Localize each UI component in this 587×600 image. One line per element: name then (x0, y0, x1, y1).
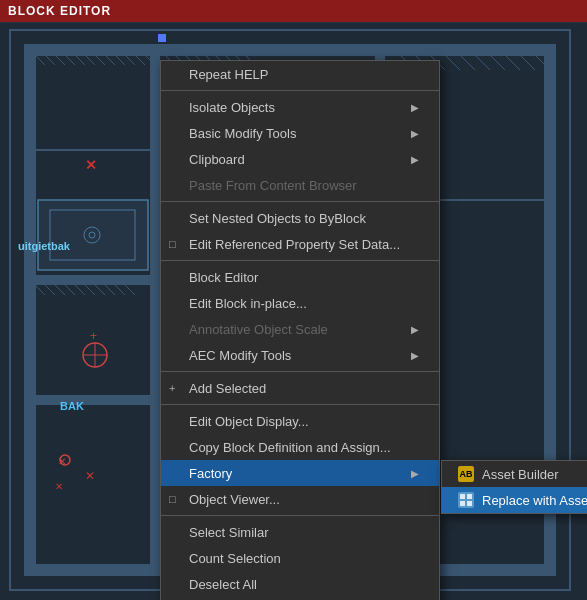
svg-rect-68 (467, 494, 472, 499)
submenu-icon-asset-builder: AB (458, 466, 474, 482)
menu-item-copy-block[interactable]: Copy Block Definition and Assign... (161, 434, 439, 460)
svg-text:✕: ✕ (85, 157, 97, 173)
title-text: BLOCK EDITOR (8, 4, 111, 18)
menu-item-edit-block[interactable]: Edit Block in-place... (161, 290, 439, 316)
cad-label-uitgietbak: uitgietbak (18, 240, 70, 252)
menu-item-label-clipboard: Clipboard (189, 152, 245, 167)
cad-label-bak: BAK (60, 400, 84, 412)
menu-item-icon-object-viewer: □ (169, 493, 176, 505)
menu-separator (161, 515, 439, 516)
menu-separator (161, 404, 439, 405)
menu-item-repeat-help[interactable]: Repeat HELP (161, 61, 439, 87)
menu-item-arrow-isolate-objects: ▶ (411, 102, 419, 113)
menu-separator (161, 201, 439, 202)
menu-item-label-repeat-help: Repeat HELP (189, 67, 269, 82)
menu-item-add-selected[interactable]: +Add Selected (161, 375, 439, 401)
menu-item-block-editor[interactable]: Block Editor (161, 264, 439, 290)
menu-item-clipboard[interactable]: Clipboard▶ (161, 146, 439, 172)
menu-item-label-edit-block: Edit Block in-place... (189, 296, 307, 311)
menu-item-label-add-selected: Add Selected (189, 381, 266, 396)
svg-text:✕: ✕ (55, 481, 63, 492)
menu-item-edit-referenced[interactable]: □Edit Referenced Property Set Data... (161, 231, 439, 257)
menu-item-label-paste-content: Paste From Content Browser (189, 178, 357, 193)
menu-item-edit-object-display[interactable]: Edit Object Display... (161, 408, 439, 434)
svg-rect-67 (460, 494, 465, 499)
menu-item-select-similar[interactable]: Select Similar (161, 519, 439, 545)
menu-item-set-nested[interactable]: Set Nested Objects to ByBlock (161, 205, 439, 231)
menu-item-deselect-all[interactable]: Deselect All (161, 571, 439, 597)
menu-item-label-set-nested: Set Nested Objects to ByBlock (189, 211, 366, 226)
menu-item-label-factory: Factory (189, 466, 232, 481)
menu-item-label-edit-object-display: Edit Object Display... (189, 414, 309, 429)
submenu-item-label-replace-with-asset: Replace with Asset (482, 493, 587, 508)
menu-item-factory[interactable]: Factory▶ABAsset BuilderReplace with Asse… (161, 460, 439, 486)
menu-item-label-isolate-objects: Isolate Objects (189, 100, 275, 115)
menu-item-object-viewer[interactable]: □Object Viewer... (161, 486, 439, 512)
menu-item-label-deselect-all: Deselect All (189, 577, 257, 592)
submenu-item-replace-with-asset[interactable]: Replace with Asset (442, 487, 587, 513)
menu-item-arrow-annotative-scale: ▶ (411, 324, 419, 335)
svg-rect-70 (467, 501, 472, 506)
menu-item-basic-modify[interactable]: Basic Modify Tools▶ (161, 120, 439, 146)
svg-rect-69 (460, 501, 465, 506)
menu-item-arrow-basic-modify: ▶ (411, 128, 419, 139)
svg-rect-16 (158, 34, 166, 42)
title-bar: BLOCK EDITOR (0, 0, 587, 22)
menu-item-label-basic-modify: Basic Modify Tools (189, 126, 296, 141)
menu-item-aec-modify[interactable]: AEC Modify Tools▶ (161, 342, 439, 368)
menu-item-icon-add-selected: + (169, 382, 175, 394)
menu-item-icon-edit-referenced: □ (169, 238, 176, 250)
menu-item-annotative-scale: Annotative Object Scale▶ (161, 316, 439, 342)
svg-text:+: + (90, 329, 97, 343)
menu-item-label-annotative-scale: Annotative Object Scale (189, 322, 328, 337)
menu-separator (161, 90, 439, 91)
menu-item-count-selection[interactable]: Count Selection (161, 545, 439, 571)
menu-item-isolate-objects[interactable]: Isolate Objects▶ (161, 94, 439, 120)
menu-item-label-object-viewer: Object Viewer... (189, 492, 280, 507)
menu-item-label-count-selection: Count Selection (189, 551, 281, 566)
submenu-factory: ABAsset BuilderReplace with Asset (441, 460, 587, 514)
submenu-item-asset-builder[interactable]: ABAsset Builder (442, 461, 587, 487)
menu-item-arrow-clipboard: ▶ (411, 154, 419, 165)
svg-text:✕: ✕ (85, 469, 95, 483)
menu-item-label-block-editor: Block Editor (189, 270, 258, 285)
menu-item-label-aec-modify: AEC Modify Tools (189, 348, 291, 363)
menu-item-arrow-factory: ▶ (411, 468, 419, 479)
menu-item-label-edit-referenced: Edit Referenced Property Set Data... (189, 237, 400, 252)
menu-item-arrow-aec-modify: ▶ (411, 350, 419, 361)
context-menu: Repeat HELPIsolate Objects▶Basic Modify … (160, 60, 440, 600)
menu-item-paste-content: Paste From Content Browser (161, 172, 439, 198)
menu-item-label-copy-block: Copy Block Definition and Assign... (189, 440, 391, 455)
menu-item-label-select-similar: Select Similar (189, 525, 268, 540)
submenu-item-label-asset-builder: Asset Builder (482, 467, 559, 482)
menu-separator (161, 371, 439, 372)
svg-text:✕: ✕ (58, 456, 66, 467)
submenu-icon-replace-with-asset (458, 492, 474, 508)
menu-separator (161, 260, 439, 261)
